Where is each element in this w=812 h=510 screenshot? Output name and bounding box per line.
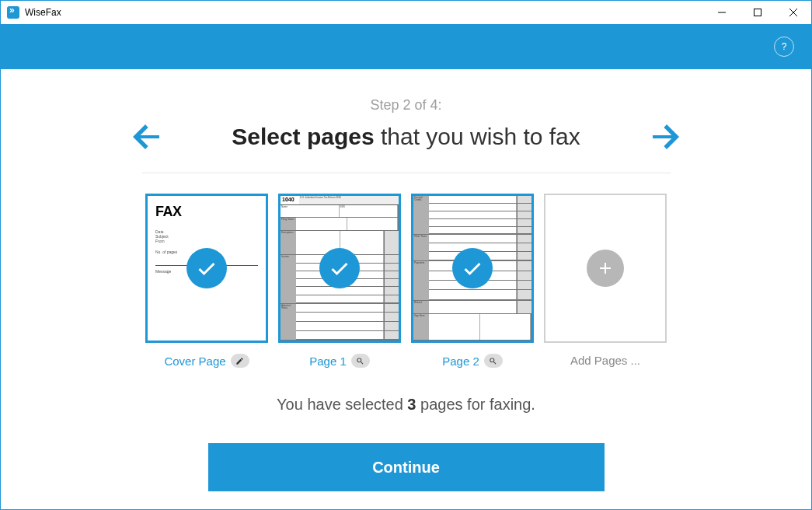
maximize-icon [754, 9, 761, 16]
divider [142, 173, 671, 173]
app-title: WiseFax [25, 7, 61, 18]
prev-step-button[interactable] [128, 118, 166, 155]
selected-check-icon [186, 248, 227, 288]
selected-check-icon [319, 248, 360, 288]
help-button[interactable]: ? [774, 37, 794, 57]
thumb-label-row: Cover Page [164, 354, 249, 368]
summary-suffix: pages for faxing. [416, 396, 535, 413]
cover-title: FAX [155, 204, 258, 220]
pencil-icon [235, 357, 244, 365]
heading-row: Select pages that you wish to fax [128, 118, 684, 155]
page-thumbnail[interactable]: 1040 U.S. Individual Income Tax Return 2… [278, 194, 401, 343]
help-icon: ? [782, 41, 787, 52]
next-step-button[interactable] [646, 118, 684, 155]
summary-prefix: You have selected [277, 396, 407, 413]
magnifier-icon [489, 357, 497, 365]
add-pages-button[interactable] [544, 194, 667, 343]
maximize-button[interactable] [740, 1, 775, 24]
svg-rect-1 [754, 9, 761, 16]
page-thumbnails: FAX Date Subject From No. of pages Messa… [145, 194, 667, 368]
app-header: ? [1, 24, 811, 69]
plus-icon [587, 250, 624, 287]
arrow-left-icon [128, 118, 166, 155]
continue-label: Continue [372, 459, 440, 477]
zoom-page-button[interactable] [484, 354, 503, 368]
titlebar: WiseFax [1, 1, 811, 24]
thumb-label-row: Page 2 [442, 354, 503, 368]
close-button[interactable] [775, 1, 811, 24]
step-indicator: Step 2 of 4: [370, 97, 441, 114]
arrow-right-icon [646, 118, 684, 155]
selection-summary: You have selected 3 pages for faxing. [277, 396, 535, 414]
thumb-page-2: Tax and Credits Other Taxes Pa [410, 194, 535, 368]
thumb-label[interactable]: Add Pages ... [570, 354, 640, 367]
thumb-label[interactable]: Page 2 [442, 355, 479, 368]
selected-check-icon [452, 248, 493, 288]
heading-bold: Select pages [232, 124, 374, 149]
app-window: WiseFax ? Step 2 of 4: Select pages that… [0, 0, 812, 510]
thumb-label-row: Add Pages ... [570, 354, 640, 367]
main-content: Step 2 of 4: Select pages that you wish … [1, 69, 811, 509]
thumb-add-pages: Add Pages ... [543, 194, 667, 368]
thumb-cover-page: FAX Date Subject From No. of pages Messa… [145, 194, 269, 368]
minimize-button[interactable] [704, 1, 740, 24]
thumb-page-1: 1040 U.S. Individual Income Tax Return 2… [277, 194, 402, 368]
thumb-label[interactable]: Cover Page [164, 355, 225, 368]
page-title: Select pages that you wish to fax [232, 124, 580, 150]
magnifier-icon [356, 357, 364, 365]
continue-button[interactable]: Continue [208, 443, 605, 491]
page-thumbnail[interactable]: Tax and Credits Other Taxes Pa [411, 194, 534, 343]
summary-count: 3 [407, 396, 416, 413]
thumb-label[interactable]: Page 1 [309, 355, 347, 368]
minimize-icon [718, 9, 726, 16]
thumb-label-row: Page 1 [309, 354, 370, 368]
close-icon [789, 9, 797, 16]
heading-rest: that you wish to fax [375, 124, 580, 149]
page-thumbnail[interactable]: FAX Date Subject From No. of pages Messa… [145, 194, 268, 343]
zoom-page-button[interactable] [351, 354, 370, 368]
app-icon [7, 6, 19, 19]
edit-cover-button[interactable] [231, 354, 249, 368]
